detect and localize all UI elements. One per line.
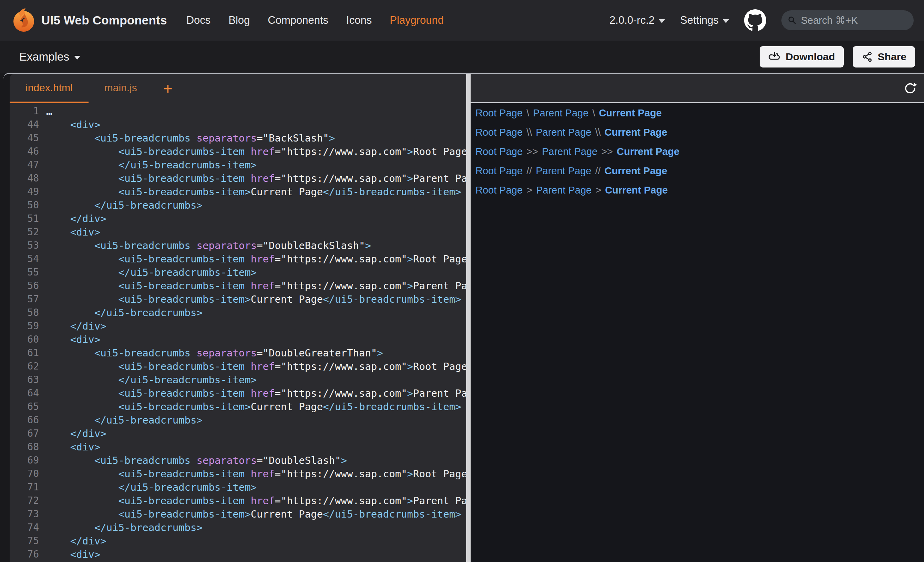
breadcrumb-separator: \: [592, 108, 595, 119]
line-number: 69: [10, 454, 39, 466]
breadcrumb-separator: >>: [526, 146, 538, 157]
breadcrumb-link[interactable]: Root Page: [476, 184, 523, 196]
settings-dropdown[interactable]: Settings: [680, 14, 729, 27]
left-margin: [3, 74, 10, 562]
editor-tabs: index.htmlmain.js +: [10, 74, 466, 103]
code-text: <ui5-breadcrumbs separators="BackSlash">: [46, 132, 335, 144]
share-button[interactable]: Share: [853, 46, 915, 67]
refresh-button[interactable]: [902, 80, 918, 96]
line-number: 51: [10, 213, 39, 224]
examples-toolbar: Examples Download Shar: [0, 40, 924, 73]
code-text: <ui5-breadcrumbs separators="DoubleBackS…: [46, 240, 371, 252]
code-line: 57 <ui5-breadcrumbs-item>Current Page</u…: [10, 292, 466, 306]
breadcrumb-link[interactable]: Parent Page: [536, 165, 591, 177]
breadcrumb-link[interactable]: Parent Page: [536, 127, 591, 138]
code-text: <ui5-breadcrumbs separators="DoubleSlash…: [46, 454, 347, 466]
code-text: <ui5-breadcrumbs-item href="https://www.…: [46, 495, 466, 507]
code-text: <ui5-breadcrumbs-item href="https://www.…: [46, 387, 466, 399]
breadcrumb-link[interactable]: Parent Page: [536, 184, 591, 196]
line-number: 54: [10, 253, 39, 264]
code-line: 50 </ui5-breadcrumbs>: [10, 198, 466, 212]
code-line: 70 <ui5-breadcrumbs-item href="https://w…: [10, 467, 466, 480]
line-number: 68: [10, 441, 39, 453]
tab-main-js[interactable]: main.js: [88, 74, 153, 103]
search-box[interactable]: [782, 10, 914, 30]
code-line: 46 <ui5-breadcrumbs-item href="https://w…: [10, 145, 466, 158]
code-line: 63 </ui5-breadcrumbs-item>: [10, 373, 466, 387]
breadcrumb-link[interactable]: Root Page: [476, 108, 523, 119]
cloud-download-icon: [768, 51, 781, 63]
code-text: </div>: [46, 428, 106, 439]
version-dropdown[interactable]: 2.0.0-rc.2: [609, 14, 665, 27]
line-number: 65: [10, 401, 39, 412]
breadcrumb-separator: //: [595, 165, 600, 177]
download-button[interactable]: Download: [760, 46, 843, 67]
code-text: </ui5-breadcrumbs>: [46, 307, 202, 319]
line-number: 63: [10, 374, 39, 385]
code-line: 53 <ui5-breadcrumbs separators="DoubleBa…: [10, 239, 466, 252]
caret-down-icon: [74, 56, 80, 60]
toolbar-actions: Download Share: [760, 46, 915, 67]
code-text: <ui5-breadcrumbs-item>Current Page</ui5-…: [46, 294, 461, 305]
nav-item-docs[interactable]: Docs: [186, 14, 211, 27]
caret-down-icon: [659, 19, 665, 23]
breadcrumb-separator: \: [526, 108, 529, 119]
breadcrumb-separator: \\: [595, 127, 600, 138]
code-line: 62 <ui5-breadcrumbs-item href="https://w…: [10, 360, 466, 373]
code-text: <div>: [46, 549, 100, 560]
code-text: </ui5-breadcrumbs>: [46, 199, 202, 211]
code-line: 52 <div>: [10, 225, 466, 239]
breadcrumbs-row: Root Page\Parent Page\Current Page: [476, 103, 924, 123]
breadcrumb-current: Current Page: [617, 146, 680, 157]
code-text: <div>: [46, 334, 100, 345]
code-text: <ui5-breadcrumbs separators="DoubleGreat…: [46, 347, 383, 359]
code-text: </ui5-breadcrumbs-item>: [46, 481, 256, 493]
line-number: 1: [10, 105, 39, 117]
github-link[interactable]: [744, 9, 766, 31]
code-line: 76 <div>: [10, 547, 466, 561]
pane-divider[interactable]: [466, 74, 471, 562]
code-text: </ui5-breadcrumbs-item>: [46, 159, 256, 171]
code-line: 68 <div>: [10, 440, 466, 454]
examples-dropdown[interactable]: Examples: [19, 50, 80, 63]
breadcrumb-link[interactable]: Parent Page: [533, 108, 588, 119]
line-number: 50: [10, 199, 39, 211]
line-number: 66: [10, 414, 39, 426]
code-line: 71 </ui5-breadcrumbs-item>: [10, 480, 466, 494]
breadcrumb-separator: >>: [601, 146, 613, 157]
nav-item-blog[interactable]: Blog: [228, 14, 250, 27]
code-line: 54 <ui5-breadcrumbs-item href="https://w…: [10, 252, 466, 265]
line-number: 47: [10, 159, 39, 171]
caret-down-icon: [723, 19, 729, 23]
code-line: 67 </div>: [10, 427, 466, 440]
nav-item-components[interactable]: Components: [268, 14, 328, 27]
line-number: 70: [10, 468, 39, 480]
line-number: 58: [10, 307, 39, 318]
preview-pane: Root Page\Parent Page\Current PageRoot P…: [471, 74, 924, 562]
line-number: 48: [10, 172, 39, 184]
code-line: 47 </ui5-breadcrumbs-item>: [10, 158, 466, 171]
breadcrumb-separator: >: [526, 184, 532, 196]
line-number: 59: [10, 320, 39, 332]
line-number: 64: [10, 387, 39, 399]
code-text: <ui5-breadcrumbs-item>Current Page</ui5-…: [46, 508, 461, 520]
line-number: 71: [10, 481, 39, 493]
search-input[interactable]: [801, 15, 908, 26]
share-label: Share: [878, 51, 906, 63]
nav-item-playground[interactable]: Playground: [390, 14, 444, 27]
breadcrumb-link[interactable]: Root Page: [476, 146, 523, 157]
code-area[interactable]: 1…44 <div>45 <ui5-breadcrumbs separators…: [10, 103, 466, 562]
code-line: 49 <ui5-breadcrumbs-item>Current Page</u…: [10, 185, 466, 198]
breadcrumb-link[interactable]: Root Page: [476, 165, 523, 177]
code-line: 64 <ui5-breadcrumbs-item href="https://w…: [10, 387, 466, 400]
breadcrumb-link[interactable]: Parent Page: [542, 146, 597, 157]
code-text: <ui5-breadcrumbs-item href="https://www.…: [46, 146, 466, 157]
tab-index-html[interactable]: index.html: [10, 74, 88, 103]
code-text: </div>: [46, 213, 106, 225]
breadcrumb-link[interactable]: Root Page: [476, 127, 523, 138]
breadcrumb-separator: >: [596, 184, 601, 196]
breadcrumbs-row: Root Page\\Parent Page\\Current Page: [476, 123, 924, 142]
add-tab-button[interactable]: +: [158, 74, 178, 103]
nav-item-icons[interactable]: Icons: [346, 14, 372, 27]
brand-link[interactable]: UI5 Web Components: [12, 8, 167, 32]
